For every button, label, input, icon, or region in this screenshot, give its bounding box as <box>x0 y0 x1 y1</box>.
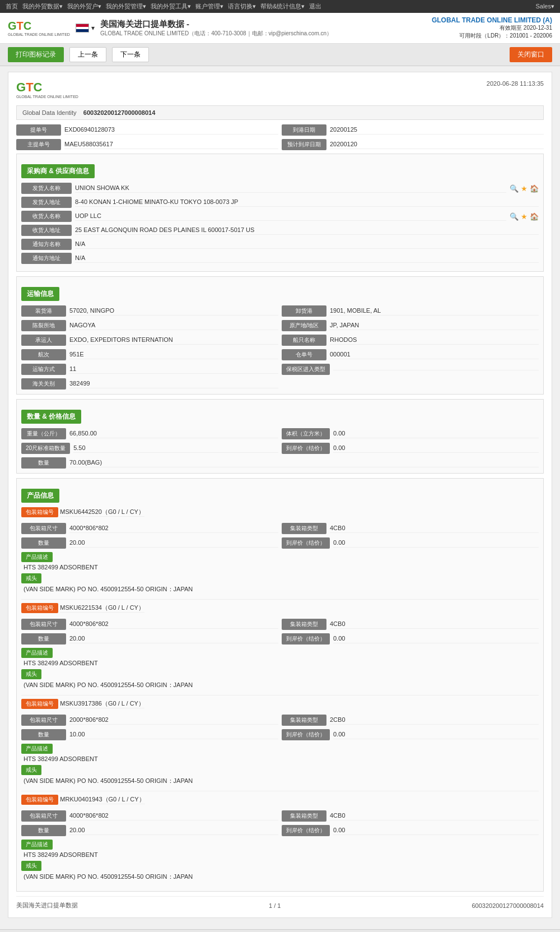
unit-price-row: 到岸价（结价） 0.00 <box>282 443 539 454</box>
brand-name: GLOBAL TRADE ONLINE LIMITED (A) <box>432 16 552 24</box>
next-button[interactable]: 下一条 <box>112 47 149 62</box>
nav-help[interactable]: 帮助&统计信息▾ <box>260 2 305 11</box>
customs-zone-row: 保税区进入类型 <box>282 364 539 375</box>
origin-country-label: 原产地/地区 <box>282 320 326 331</box>
p3-qty-value: 20.00 <box>69 827 278 835</box>
p0-price-label: 到岸价（结价） <box>282 537 330 549</box>
consignee-search-icon[interactable]: 🔍 <box>510 212 519 221</box>
p1-qty-row: 数量 20.00 <box>21 633 278 644</box>
nav-tools[interactable]: 我的外贸工具▾ <box>151 2 191 11</box>
numbers-grid: 重量（公斤） 66,850.00 体积（立方米） 0.00 20尺标准箱数量 5… <box>21 428 539 454</box>
p1-size-row: 包装箱尺寸 4000*806*802 <box>21 619 278 630</box>
consignee-addr-label: 收货人地址 <box>21 225 72 236</box>
p2-qty-label: 数量 <box>21 729 66 740</box>
home-icon[interactable]: 🏠 <box>530 184 539 193</box>
loading-port-value: 57020, NINGPO <box>69 307 278 316</box>
consignee-label: 收货人名称 <box>21 211 72 222</box>
delivery-place-value: NAGOYA <box>69 322 278 330</box>
card-footer-page: 1 / 1 <box>269 902 281 909</box>
close-button[interactable]: 关闭窗口 <box>510 47 552 62</box>
notify-value: N/A <box>75 240 539 249</box>
p0-qty-value: 20.00 <box>69 539 278 548</box>
transport-section: 运输信息 装货港 57020, NINGPO 卸货港 1901, MOBILE,… <box>16 276 544 395</box>
star-icon[interactable]: ★ <box>521 184 528 193</box>
p2-type-label: 集装箱类型 <box>282 715 326 726</box>
p2-price-value: 0.00 <box>333 731 539 739</box>
weight-value: 66,850.00 <box>69 430 278 438</box>
p0-desc-value: HTS 382499 ADSORBENT <box>21 564 539 571</box>
gdi-row: Global Data Identity 6003202001270000080… <box>16 105 544 120</box>
p1-size-value: 4000*806*802 <box>69 620 278 629</box>
quantity-row: 数量 70.00(BAG) <box>21 457 539 469</box>
logo: GTC GLOBAL TRADE ONLINE LIMITED <box>8 20 70 36</box>
customs-zone-label: 保税区进入类型 <box>282 364 330 375</box>
p2-type-row: 集装箱类型 2CB0 <box>282 715 539 726</box>
consignee-home-icon[interactable]: 🏠 <box>530 212 539 221</box>
notify-addr-row: 通知方地址 N/A <box>21 253 539 264</box>
p0-mark-label: 戒头 <box>21 573 41 583</box>
customs-no-value: 382499 <box>69 380 278 388</box>
flag-selector[interactable]: ▾ <box>76 24 95 33</box>
p0-type-label: 集装箱类型 <box>282 523 326 534</box>
voyage-value: 951E <box>69 351 278 359</box>
consignee-addr-row: 收货人地址 25 EAST ALGONQUIN ROAD DES PLAINES… <box>21 225 539 236</box>
customs-no-label: 海关关别 <box>21 378 66 390</box>
nav-clients[interactable]: 我的外贸户▾ <box>67 2 101 11</box>
p3-price-value: 0.00 <box>333 827 539 835</box>
p3-size-label: 包装箱尺寸 <box>21 810 66 822</box>
shipper-section: 采购商 & 供应商信息 发货人名称 UNION SHOWA KK 🔍 ★ 🏠 发… <box>16 154 544 272</box>
logo-sub: GLOBAL TRADE ONLINE LIMITED <box>8 33 70 36</box>
consignee-star-icon[interactable]: ★ <box>521 212 528 221</box>
product-section: 产品信息 包装箱编号 MSKU6442520（G0 / L / CY） 包装箱尺… <box>16 478 544 892</box>
p3-price-label: 到岸价（结价） <box>282 825 330 836</box>
product-grid-0: 包装箱尺寸 4000*806*802 集装箱类型 4CB0 数量 20.00 到… <box>21 523 539 549</box>
origin-country-value: JP, JAPAN <box>330 322 539 330</box>
p3-mark-value: (VAN SIDE MARK) PO NO. 4500912554-50 ORI… <box>21 873 539 881</box>
p0-price-value: 0.00 <box>333 539 539 548</box>
product-grid-1: 包装箱尺寸 4000*806*802 集装箱类型 4CB0 数量 20.00 到… <box>21 619 539 644</box>
arrival-row: 到港日期 20200125 <box>282 124 544 136</box>
p1-price-row: 到岸价（结价） 0.00 <box>282 633 539 644</box>
main-bill-label: 主提单号 <box>16 139 61 150</box>
card-footer: 美国海关进口提单数据 1 / 1 600320200127000008014 <box>16 896 544 910</box>
p2-desc-label: 产品描述 <box>21 744 53 754</box>
shipper-label: 发货人名称 <box>21 183 72 194</box>
p1-desc-label: 产品描述 <box>21 648 53 658</box>
nav-logout[interactable]: 退出 <box>309 2 321 11</box>
est-arrival-row: 预计到岸日期 20200120 <box>282 139 544 150</box>
shipper-value: UNION SHOWA KK <box>75 184 506 193</box>
nav-mgmt[interactable]: 我的外贸管理▾ <box>106 2 146 11</box>
p2-qty-row: 数量 10.00 <box>21 729 278 740</box>
p3-desc-value: HTS 382499 ADSORBENT <box>21 851 539 858</box>
p0-type-row: 集装箱类型 4CB0 <box>282 523 539 534</box>
nav-account[interactable]: 账户管理▾ <box>195 2 223 11</box>
product-item-3: 包装箱编号 MRKU0401943（G0 / L / CY） 包装箱尺寸 400… <box>21 795 539 881</box>
container-no-value-1: MSKU6221534（G0 / L / CY） <box>60 604 144 613</box>
unit-price-label: 到岸价（结价） <box>282 443 330 454</box>
p0-qty-label: 数量 <box>21 537 66 549</box>
print-button[interactable]: 打印图标记录 <box>8 47 64 62</box>
bottom-toolbar: 打印图标记录 上一条 下一条 关闭窗口 <box>0 929 560 932</box>
p3-type-label: 集装箱类型 <box>282 810 326 822</box>
p2-mark-value: (VAN SIDE MARK) PO NO. 4500912554-50 ORI… <box>21 777 539 785</box>
record-basic-info: 提单号 EXD06940128073 到港日期 20200125 主提单号 MA… <box>16 124 544 150</box>
main-bill-row: 主提单号 MAEU588035617 <box>16 139 278 150</box>
weight-row: 重量（公斤） 66,850.00 <box>21 428 278 439</box>
nav-export-data[interactable]: 我的外贸数据▾ <box>22 2 63 11</box>
search-icon[interactable]: 🔍 <box>510 184 519 193</box>
p3-qty-label: 数量 <box>21 825 66 836</box>
transport-mode-value: 11 <box>69 365 278 374</box>
flag-arrow: ▾ <box>91 24 95 32</box>
card-logo-sub: GLOBAL TRADE ONLINE LIMITED <box>16 95 78 99</box>
consignee-name-row: 收货人名称 UOP LLC 🔍 ★ 🏠 <box>21 211 539 222</box>
p2-qty-value: 10.00 <box>69 731 278 739</box>
carrier-value: EXDO, EXPEDITORS INTERNATION <box>69 336 278 345</box>
header-left: GTC GLOBAL TRADE ONLINE LIMITED ▾ 美国海关进口… <box>8 19 332 38</box>
consignee-value: UOP LLC <box>75 212 506 221</box>
loading-port-label: 装货港 <box>21 305 66 317</box>
nav-lang[interactable]: 语言切换▾ <box>228 2 256 11</box>
nav-home[interactable]: 首页 <box>6 2 18 11</box>
nav-sales[interactable]: Sales▾ <box>535 3 554 10</box>
nav-links: 首页 我的外贸数据▾ 我的外贸户▾ 我的外贸管理▾ 我的外贸工具▾ 账户管理▾ … <box>6 2 321 11</box>
prev-button[interactable]: 上一条 <box>69 47 106 62</box>
